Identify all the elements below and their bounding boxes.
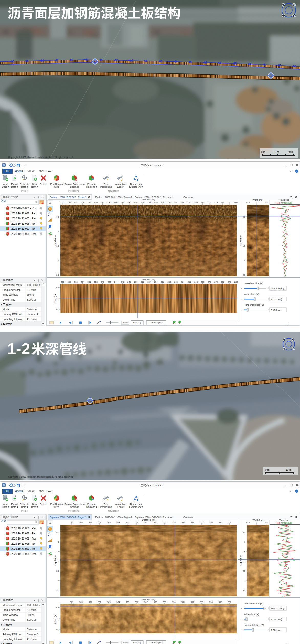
svg-text:384: 384 [116,521,120,523]
svg-text:394: 394 [209,601,213,603]
svg-text:249.809 (m): 249.809 (m) [271,287,284,290]
svg-text:385: 385 [126,601,129,603]
svg-text:256: 256 [154,201,158,203]
svg-text:2.5: 2.5 [56,570,59,572]
svg-text:-: - [104,641,105,644]
svg-text:396: 396 [228,601,231,603]
svg-text:Channel A: Channel A [27,633,38,636]
svg-text:Sampling Interval: Sampling Interval [3,318,22,321]
svg-text:Copyright © 2020 Microsoft and: Copyright © 2020 Microsoft and its suppl… [8,156,73,159]
svg-text:Explore - 2020-10-21-007 - Reg: Explore - 2020-10-21-007 - Region1 [50,516,87,519]
svg-text:2020-10-21-006 - Rx: 2020-10-21-006 - Rx [11,542,35,545]
svg-text:3.000 us: 3.000 us [27,298,36,301]
svg-text:379: 379 [70,601,73,603]
svg-text:280: 280 [234,281,238,283]
svg-text:228: 228 [61,281,64,283]
svg-text:Project: Project [2,196,9,198]
svg-text:2: 2 [58,560,59,563]
svg-text:3.000 us: 3.000 us [27,618,36,621]
svg-text:389: 389 [163,521,166,523]
svg-text:3.5: 3.5 [56,589,59,592]
svg-text:Explore - 2020-10-21-006 - Reg: Explore - 2020-10-21-006 - Region1 [95,516,132,519]
svg-text:244: 244 [114,201,118,203]
svg-text:Width (m): Width (m) [54,614,57,624]
svg-text:388: 388 [154,601,157,603]
svg-text:3: 3 [244,579,246,582]
svg-text:250: 250 [134,281,138,283]
svg-text:-: - [104,321,105,324]
svg-text:Survey: Survey [3,323,12,325]
svg-text:268: 268 [194,201,198,203]
svg-text:230: 230 [67,281,71,283]
svg-text:2020-10-21-001 - Rec: 2020-10-21-001 - Rec [11,527,36,530]
svg-text:2020-10-21-001 - Rec: 2020-10-21-001 - Rec [11,207,36,210]
svg-text:387: 387 [144,601,148,603]
svg-text:1: 1 [58,230,59,233]
svg-text:Primary DMI Unit: Primary DMI Unit [3,313,22,316]
svg-text:Explore - 2020-10-21-002 - Rec: Explore - 2020-10-21-002 - Recorded [135,516,173,519]
svg-text:Project: Project [2,516,9,519]
svg-text:262: 262 [174,281,178,283]
svg-text:Distance (m): Distance (m) [142,519,155,521]
svg-text:394: 394 [209,521,213,523]
svg-text:+: + [267,308,269,311]
svg-text:+: + [267,287,269,290]
svg-text:+: + [267,628,269,631]
svg-text:2020-10-21-007 - Rx: 2020-10-21-007 - Rx [11,227,35,230]
svg-text:244: 244 [114,281,118,283]
svg-text:2020-10-21-008 - Rec: 2020-10-21-008 - Rec [11,233,36,235]
svg-text:391: 391 [181,521,185,523]
svg-text:380: 380 [79,521,83,523]
svg-text:Inline slice (Y): Inline slice (Y) [244,293,259,295]
svg-text:-: - [241,628,242,631]
svg-text:236: 236 [88,201,91,203]
svg-text:276: 276 [221,201,224,203]
svg-text:-9 dB: -9 dB [123,641,128,644]
svg-text:270: 270 [201,201,205,203]
svg-text:386: 386 [135,521,138,523]
svg-text:Real / Magnitude: Real / Magnitude [276,202,293,204]
svg-text:0: 0 [256,521,257,523]
svg-text:0: 0 [256,201,257,203]
svg-text:260: 260 [168,201,171,203]
svg-text:230: 230 [67,201,71,203]
svg-text:Data Layers: Data Layers [149,641,163,644]
svg-text:Properties: Properties [2,599,13,601]
svg-text:-0.5: -0.5 [56,607,59,609]
svg-text:49.7 mm: 49.7 mm [27,318,37,321]
svg-text:246: 246 [121,201,124,203]
svg-text:-: - [241,298,242,300]
svg-text:Depth (m): Depth (m) [54,555,57,566]
svg-text:-: - [241,287,242,290]
svg-text:Explore - 2020-10-21-002 - Rec: Explore - 2020-10-21-002 - Recorded [135,196,173,198]
svg-text:268: 268 [194,281,198,283]
svg-text:264: 264 [181,201,185,203]
svg-text:Maximum Freque...: Maximum Freque... [3,604,25,607]
svg-text:2020-10-21-007 - Rx: 2020-10-21-007 - Rx [11,547,35,550]
svg-text:?: ? [296,490,297,493]
svg-text:1.5: 1.5 [243,245,246,247]
svg-text:260: 260 [168,281,171,283]
svg-text:392: 392 [191,601,194,603]
svg-text:Distance (m): Distance (m) [142,278,155,281]
svg-text:2.0 MHz: 2.0 MHz [27,289,36,291]
svg-text:Distance: Distance [27,308,37,311]
svg-text:258: 258 [161,281,165,283]
svg-text:390.193 (m): 390.193 (m) [271,607,284,610]
svg-text:Sampling Interval: Sampling Interval [3,638,22,641]
svg-text:380: 380 [79,601,83,603]
svg-text:3.5: 3.5 [243,589,246,592]
svg-text:Inline slice (Y): Inline slice (Y) [244,613,259,616]
svg-text:-: - [241,308,242,311]
svg-text:388: 388 [154,521,157,523]
svg-text:1: 1 [244,541,246,543]
svg-text:250 ns: 250 ns [27,614,34,616]
svg-text:Display: Display [133,321,141,324]
svg-text:232: 232 [74,281,78,283]
svg-text:1: 1 [244,230,246,233]
svg-text:2.5: 2.5 [243,570,246,572]
svg-text:1000.0 MHz: 1000.0 MHz [27,284,40,287]
svg-text:Depth (m): Depth (m) [239,555,242,566]
svg-text:262: 262 [174,201,178,203]
svg-text:Horizontal slice (Z): Horizontal slice (Z) [244,624,264,626]
